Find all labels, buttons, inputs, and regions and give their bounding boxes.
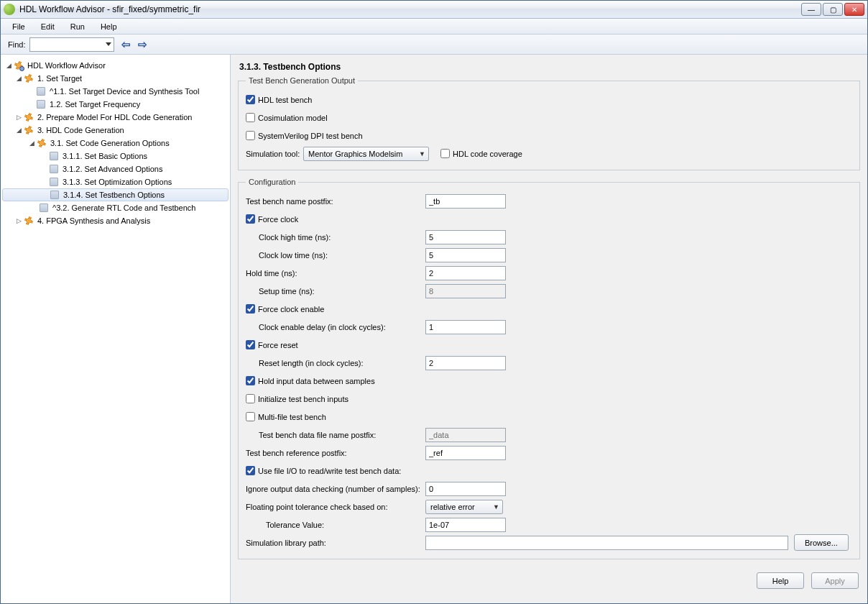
- find-input[interactable]: [29, 37, 114, 52]
- footer: Help Apply: [238, 567, 860, 589]
- ignore-output-label: Ignore output data checking (number of s…: [246, 485, 425, 493]
- chevron-down-icon: ▼: [419, 150, 425, 157]
- collapse-icon[interactable]: ◢: [28, 139, 36, 147]
- hold-input-label: Hold input data between samples: [258, 377, 375, 385]
- init-tb-label: Initialize test bench inputs: [258, 395, 348, 403]
- clock-enable-delay-input[interactable]: [425, 320, 506, 334]
- find-history-dropdown-icon[interactable]: [106, 42, 111, 46]
- reset-length-input[interactable]: [425, 356, 506, 370]
- window: HDL Workflow Advisor - sfir_fixed/symmet…: [0, 0, 868, 604]
- help-button[interactable]: Help: [757, 572, 804, 589]
- group-testbench-output: Test Bench Generation Output HDL test be…: [238, 76, 860, 170]
- tree-node-1-2[interactable]: 1.2. Set Target Frequency: [2, 98, 228, 111]
- clock-enable-delay-label: Clock enable delay (in clock cycles):: [246, 323, 425, 331]
- setup-time-label: Setup time (ns):: [246, 287, 425, 296]
- hold-input-checkbox[interactable]: [246, 376, 255, 385]
- document-icon: [48, 177, 60, 187]
- force-clock-checkbox[interactable]: [246, 214, 255, 224]
- init-tb-checkbox[interactable]: [246, 394, 255, 403]
- data-postfix-label: Test bench data file name postfix:: [246, 431, 425, 439]
- data-postfix-input: [425, 428, 506, 442]
- hdl-coverage-label: HDL code coverage: [453, 150, 522, 158]
- gear-icon: [36, 138, 47, 148]
- tree-node-3-1-1[interactable]: 3.1.1. Set Basic Options: [2, 150, 228, 163]
- maximize-button[interactable]: ▢: [823, 3, 843, 16]
- tolerance-value-label: Tolerance Value:: [246, 521, 425, 529]
- tolerance-value-input[interactable]: [425, 518, 506, 532]
- browse-button[interactable]: Browse...: [794, 534, 849, 551]
- menu-edit[interactable]: Edit: [34, 21, 62, 32]
- clock-high-input[interactable]: [425, 230, 506, 244]
- sim-tool-label: Simulation tool:: [246, 150, 303, 158]
- multi-file-checkbox[interactable]: [246, 412, 255, 421]
- tree-node-3[interactable]: ◢ 3. HDL Code Generation: [2, 124, 228, 137]
- tree-node-4[interactable]: ▷ 4. FPGA Synthesis and Analysis: [2, 214, 228, 227]
- force-reset-checkbox[interactable]: [246, 340, 255, 349]
- menu-run[interactable]: Run: [63, 21, 92, 32]
- main: ◢ HDL Workflow Advisor ◢ 1. Set Target ^…: [1, 55, 867, 603]
- find-label: Find:: [8, 40, 25, 49]
- menu-file[interactable]: File: [5, 21, 32, 32]
- document-icon: [48, 164, 60, 174]
- collapse-icon[interactable]: ◢: [15, 75, 23, 82]
- sv-dpi-checkbox[interactable]: [246, 131, 255, 140]
- titlebar: HDL Workflow Advisor - sfir_fixed/symmet…: [1, 1, 867, 19]
- tree-node-1[interactable]: ◢ 1. Set Target: [2, 72, 228, 85]
- close-button[interactable]: ✕: [844, 3, 864, 16]
- use-fileio-checkbox[interactable]: [246, 466, 255, 475]
- tree-node-3-1-2[interactable]: 3.1.2. Set Advanced Options: [2, 163, 228, 175]
- tree-node-3-1-4-selected[interactable]: 3.1.4. Set Testbench Options: [2, 188, 228, 201]
- group-legend: Test Bench Generation Output: [246, 76, 358, 85]
- ref-postfix-input[interactable]: [425, 446, 506, 460]
- find-prev-icon[interactable]: ⇦: [120, 38, 132, 51]
- tb-postfix-input[interactable]: [425, 194, 506, 209]
- clock-high-label: Clock high time (ns):: [246, 233, 425, 242]
- chevron-down-icon: ▼: [493, 503, 499, 511]
- minimize-button[interactable]: —: [801, 3, 821, 16]
- expand-icon[interactable]: ▷: [15, 217, 23, 224]
- document-icon: [48, 151, 60, 161]
- fptol-label: Floating point tolerance check based on:: [246, 503, 425, 511]
- gear-icon: [23, 125, 34, 135]
- tree-node-3-2[interactable]: ^3.2. Generate RTL Code and Testbench: [2, 201, 228, 214]
- force-clock-enable-label: Force clock enable: [258, 305, 324, 314]
- group-legend: Configuration: [246, 178, 298, 186]
- tree-node-2[interactable]: ▷ 2. Prepare Model For HDL Code Generati…: [2, 111, 228, 124]
- find-next-icon[interactable]: ⇨: [137, 38, 149, 51]
- setup-time-input: [425, 284, 506, 298]
- toolbar: Find: ⇦ ⇨: [1, 35, 867, 55]
- force-clock-enable-checkbox[interactable]: [246, 304, 255, 314]
- ignore-output-input[interactable]: [425, 482, 506, 496]
- fptol-combo[interactable]: relative error ▼: [425, 500, 503, 514]
- sim-tool-combo[interactable]: Mentor Graphics Modelsim ▼: [303, 147, 429, 161]
- tree-node-1-1[interactable]: ^1.1. Set Target Device and Synthesis To…: [2, 85, 228, 98]
- hdl-coverage-checkbox[interactable]: [440, 149, 450, 158]
- use-fileio-label: Use file I/O to read/write test bench da…: [258, 467, 401, 475]
- force-reset-label: Force reset: [258, 341, 298, 349]
- gear-icon: [23, 216, 34, 226]
- tree-node-3-1[interactable]: ◢ 3.1. Set Code Generation Options: [2, 137, 228, 150]
- clock-low-input[interactable]: [425, 248, 506, 262]
- ref-postfix-label: Test bench reference postfix:: [246, 449, 425, 457]
- fptol-value: relative error: [430, 503, 475, 511]
- tree-panel[interactable]: ◢ HDL Workflow Advisor ◢ 1. Set Target ^…: [1, 55, 231, 603]
- titlebar-text: HDL Workflow Advisor - sfir_fixed/symmet…: [19, 4, 801, 14]
- document-icon: [35, 86, 47, 96]
- gear-icon: [23, 112, 34, 122]
- tree-root[interactable]: ◢ HDL Workflow Advisor: [2, 59, 228, 72]
- hold-time-input[interactable]: [425, 266, 506, 280]
- content-panel: 3.1.3. Testbench Options Test Bench Gene…: [231, 55, 867, 603]
- expand-icon[interactable]: ▷: [15, 114, 23, 121]
- tree-node-3-1-3[interactable]: 3.1.3. Set Optimization Options: [2, 175, 228, 188]
- apply-button[interactable]: Apply: [811, 572, 859, 589]
- reset-length-label: Reset length (in clock cycles):: [246, 359, 425, 367]
- cosimulation-checkbox[interactable]: [246, 113, 255, 122]
- libpath-input[interactable]: [425, 536, 788, 550]
- collapse-icon[interactable]: ◢: [15, 127, 23, 134]
- hdl-testbench-checkbox[interactable]: [246, 95, 255, 104]
- multi-file-label: Multi-file test bench: [258, 413, 326, 421]
- collapse-icon[interactable]: ◢: [5, 62, 13, 69]
- menu-help[interactable]: Help: [93, 21, 124, 32]
- force-clock-label: Force clock: [258, 215, 298, 224]
- page-title: 3.1.3. Testbench Options: [238, 59, 860, 76]
